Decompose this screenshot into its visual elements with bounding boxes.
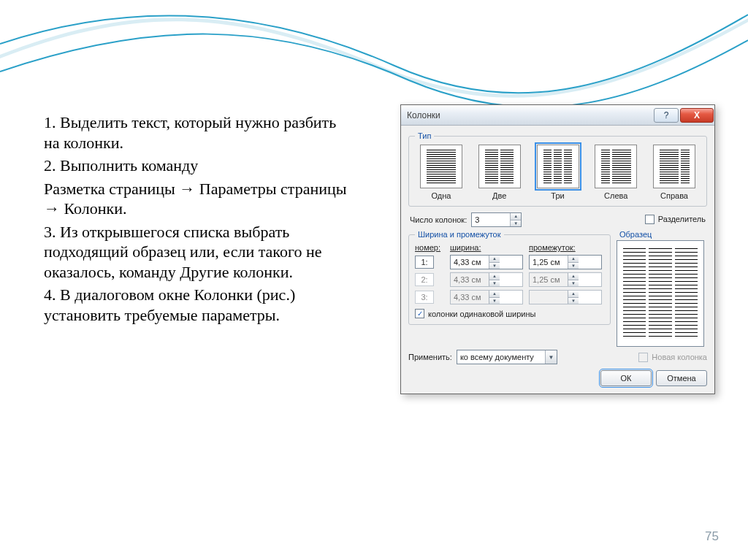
cancel-button[interactable]: Отмена (656, 370, 707, 386)
width-input-2: ▲▼ (450, 272, 523, 287)
row-index-3: 3: (415, 291, 434, 304)
type-group: Тип Одна Две Три Слева (408, 131, 707, 207)
width-input-3: ▲▼ (450, 290, 523, 304)
new-column-checkbox: Новая колонка (638, 353, 707, 362)
column-type-one[interactable]: Одна (415, 145, 468, 200)
sample-preview (617, 240, 704, 347)
sample-label: Образец (617, 230, 707, 239)
instruction-step-1: 1. Выделить текст, который нужно разбить… (44, 112, 351, 153)
instruction-text: 1. Выделить текст, который нужно разбить… (44, 110, 351, 328)
help-icon: ? (664, 110, 669, 120)
instruction-step-2: 2. Выполнить команду (44, 156, 351, 176)
column-type-left[interactable]: Слева (589, 145, 642, 200)
spin-up-icon[interactable]: ▲ (510, 213, 521, 220)
decorative-wave (0, 0, 748, 117)
divider-checkbox[interactable]: Разделитель (645, 215, 706, 224)
columns-dialog: Колонки ? X Тип Одна Две Три (400, 104, 715, 394)
chevron-down-icon: ▼ (545, 350, 557, 364)
instruction-step-path: Разметка страницы → Параметры страницы →… (44, 179, 351, 219)
row-index-2: 2: (415, 273, 434, 286)
checkbox-icon (638, 353, 648, 362)
row-index-1: 1: (415, 256, 434, 269)
apply-to-dropdown[interactable]: ко всему документу ▼ (457, 350, 557, 364)
dialog-title: Колонки (407, 110, 440, 120)
num-columns-input[interactable]: ▲▼ (471, 212, 522, 227)
instruction-step-3: 3. Из открывшегося списка выбрать подход… (44, 222, 351, 283)
column-type-two[interactable]: Две (473, 145, 526, 200)
help-button[interactable]: ? (654, 108, 679, 123)
width-input-1[interactable]: ▲▼ (450, 255, 523, 269)
gap-input-3: ▲▼ (529, 290, 602, 304)
header-width: ширина: (450, 243, 523, 252)
type-group-label: Тип (415, 131, 434, 140)
header-gap: промежуток: (529, 243, 602, 252)
num-columns-label: Число колонок: (410, 215, 467, 224)
checkbox-icon: ✓ (415, 309, 424, 318)
column-type-three[interactable]: Три (532, 145, 584, 200)
instruction-step-4: 4. В диалоговом окне Колонки (рис.) уста… (44, 285, 351, 325)
gap-input-1[interactable]: ▲▼ (529, 255, 602, 269)
width-gap-label: Ширина и промежуток (415, 230, 504, 239)
width-gap-group: Ширина и промежуток номер: ширина: проме… (408, 230, 611, 325)
checkbox-icon (645, 215, 654, 224)
column-type-right[interactable]: Справа (648, 145, 701, 200)
page-number: 75 (705, 529, 719, 544)
header-number: номер: (415, 243, 444, 252)
dialog-titlebar: Колонки ? X (401, 105, 714, 126)
spin-down-icon[interactable]: ▼ (510, 220, 521, 227)
gap-input-2: ▲▼ (529, 272, 602, 287)
close-button[interactable]: X (680, 108, 714, 123)
close-icon: X (694, 110, 700, 120)
ok-button[interactable]: ОК (600, 370, 652, 386)
apply-to-label: Применить: (408, 353, 452, 361)
equal-width-checkbox[interactable]: ✓ колонки одинаковой ширины (415, 309, 536, 318)
